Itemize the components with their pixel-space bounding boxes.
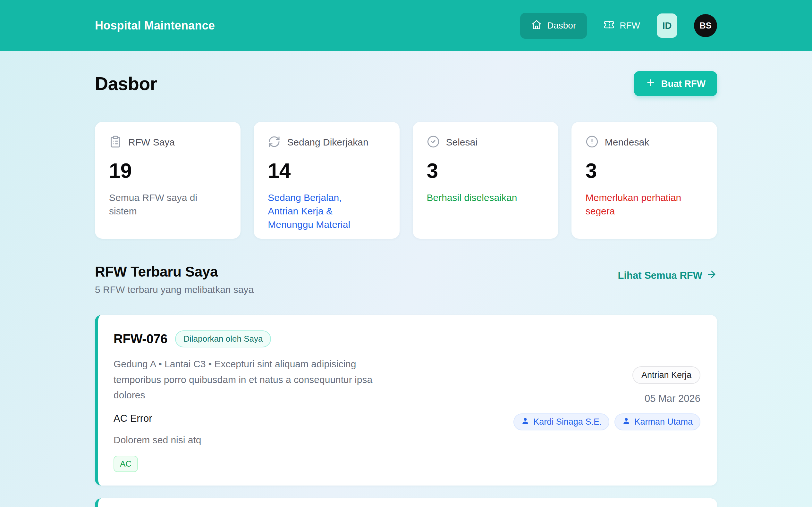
assignee-chip: Karman Utama [614, 413, 700, 431]
stat-value: 3 [427, 159, 544, 183]
section-subtitle: 5 RFW terbaru yang melibatkan saya [95, 284, 254, 295]
assignee-name: Kardi Sinaga S.E. [533, 417, 602, 427]
rfw-id: RFW-076 [113, 332, 167, 346]
stat-value: 3 [586, 159, 703, 183]
stat-description: Semua RFW saya di sistem [109, 191, 215, 218]
plus-icon [646, 77, 656, 90]
stat-description: Berhasil diselesaikan [427, 191, 533, 205]
page-title: Dasbor [95, 73, 157, 94]
stat-label: Sedang Dikerjakan [287, 137, 368, 148]
section-title: RFW Terbaru Saya [95, 264, 254, 280]
app-header: Hospital Maintenance Dasbor RFW [0, 0, 812, 51]
assignee-chips: Kardi Sinaga S.E. Karman Utama [513, 413, 700, 431]
user-icon [622, 416, 630, 427]
stat-label: Selesai [446, 137, 477, 148]
app-title: Hospital Maintenance [95, 19, 215, 33]
language-toggle[interactable]: ID [657, 13, 677, 38]
stat-description: Sedang Berjalan, Antrian Kerja & Menungg… [268, 191, 373, 231]
nav-dasbor[interactable]: Dasbor [520, 13, 587, 39]
rfw-card[interactable]: RFW-074 Dilaporkan oleh Saya Area Luar •… [95, 498, 717, 507]
stat-card-rfw-saya: RFW Saya 19 Semua RFW saya di sistem [95, 122, 241, 239]
stat-card-selesai: Selesai 3 Berhasil diselesaikan [413, 122, 558, 239]
stat-description: Memerlukan perhatian segera [586, 191, 692, 218]
due-date: 05 Mar 2026 [645, 393, 700, 404]
arrow-right-icon [706, 269, 717, 282]
nav-rfw-label: RFW [620, 20, 640, 31]
reporter-badge: Dilaporkan oleh Saya [175, 330, 271, 347]
stat-value: 19 [109, 159, 226, 183]
stat-value: 14 [268, 159, 385, 183]
nav-dasbor-label: Dasbor [547, 20, 576, 31]
clipboard-list-icon [109, 135, 122, 149]
nav-rfw[interactable]: RFW [604, 19, 640, 33]
rfw-description: Dolorem sed nisi atq [113, 435, 389, 445]
user-icon [521, 416, 529, 427]
refresh-icon [268, 135, 281, 149]
assignee-chip: Kardi Sinaga S.E. [513, 413, 609, 431]
stats-row: RFW Saya 19 Semua RFW saya di sistem Sed… [95, 122, 717, 239]
home-icon [531, 19, 542, 33]
create-rfw-button[interactable]: Buat RFW [634, 71, 717, 96]
stat-label: RFW Saya [128, 137, 175, 148]
status-badge: Antrian Kerja [632, 366, 700, 384]
assignee-name: Karman Utama [635, 417, 693, 427]
stat-label: Mendesak [605, 137, 649, 148]
view-all-label: Lihat Semua RFW [618, 270, 702, 281]
check-circle-icon [427, 135, 440, 149]
rfw-location: Gedung A • Lantai C3 • Excepturi sint al… [113, 356, 389, 403]
user-avatar[interactable]: BS [694, 14, 717, 37]
dashboard-main: Dasbor Buat RFW RFW Saya [95, 71, 717, 507]
rfw-subject: AC Error [113, 413, 389, 424]
ticket-icon [604, 19, 614, 33]
main-nav: Dasbor RFW ID BS [520, 13, 717, 39]
alert-circle-icon [586, 135, 598, 149]
create-rfw-label: Buat RFW [661, 78, 706, 89]
category-tag: AC [113, 456, 138, 472]
stat-card-mendesak: Mendesak 3 Memerlukan perhatian segera [571, 122, 717, 239]
view-all-rfw-link[interactable]: Lihat Semua RFW [618, 269, 717, 282]
rfw-card[interactable]: RFW-076 Dilaporkan oleh Saya Gedung A • … [95, 315, 717, 486]
stat-card-sedang-dikerjakan: Sedang Dikerjakan 14 Sedang Berjalan, An… [254, 122, 399, 239]
